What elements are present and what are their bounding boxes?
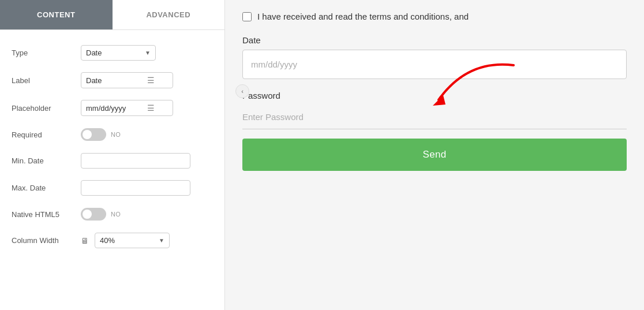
label-db-icon[interactable]: ☰	[147, 76, 155, 85]
terms-checkbox-row: I have received and read the terms and c…	[242, 12, 627, 21]
send-button[interactable]: Send	[242, 139, 627, 171]
terms-checkbox[interactable]	[242, 12, 252, 21]
placeholder-input[interactable]	[86, 104, 144, 113]
native-html5-label: Native HTML5	[12, 210, 81, 219]
placeholder-label: Placeholder	[12, 104, 81, 113]
date-field-label: Date	[242, 35, 627, 45]
native-html5-toggle[interactable]	[81, 208, 106, 221]
type-select[interactable]: Date	[86, 48, 145, 57]
max-date-control	[81, 180, 213, 196]
min-date-label: Min. Date	[12, 156, 81, 165]
required-no-label: NO	[111, 131, 121, 138]
max-date-input[interactable]	[81, 180, 190, 196]
column-width-select-wrapper[interactable]: 40% 50% 60% 100% ▼	[95, 233, 170, 248]
type-row: Type Date ▼	[12, 39, 213, 66]
tab-advanced[interactable]: ADVANCED	[113, 0, 225, 29]
date-input-wrapper[interactable]: mm/dd/yyyy	[242, 50, 627, 79]
native-html5-no-label: NO	[111, 211, 121, 218]
fields-panel: Type Date ▼ Label ☰ Placeho	[0, 30, 224, 263]
right-inner: ‹ I have received and read the terms and…	[242, 12, 627, 171]
placeholder-control: ☰	[81, 100, 213, 116]
native-toggle-wrapper: NO	[81, 208, 121, 221]
column-width-control: 🖥 40% 50% 60% 100% ▼	[81, 233, 213, 248]
password-field-group: Password Enter Password	[242, 91, 627, 129]
monitor-icon: 🖥	[81, 236, 89, 245]
type-select-wrapper[interactable]: Date ▼	[81, 45, 156, 61]
column-width-label: Column Width	[12, 236, 81, 245]
native-html5-row: Native HTML5 NO	[12, 201, 213, 227]
required-label: Required	[12, 130, 81, 139]
max-date-row: Max. Date	[12, 174, 213, 201]
required-toggle-slider	[81, 128, 106, 141]
date-field-group: Date mm/dd/yyyy	[242, 35, 627, 79]
required-toggle-wrapper: NO	[81, 128, 121, 141]
label-label: Label	[12, 76, 81, 85]
collapse-button[interactable]: ‹	[235, 84, 249, 98]
type-label: Type	[12, 48, 81, 57]
password-field-label: Password	[242, 91, 627, 100]
right-panel: ‹ I have received and read the terms and…	[225, 0, 644, 310]
column-width-row: Column Width 🖥 40% 50% 60% 100% ▼	[12, 227, 213, 254]
label-control: ☰	[81, 72, 213, 88]
password-input-wrapper[interactable]: Enter Password	[242, 105, 627, 129]
required-control: NO	[81, 128, 213, 141]
required-row: Required NO	[12, 122, 213, 147]
tabs-bar: CONTENT ADVANCED	[0, 0, 224, 30]
label-row: Label ☰	[12, 66, 213, 94]
max-date-label: Max. Date	[12, 184, 81, 192]
native-html5-control: NO	[81, 208, 213, 221]
type-dropdown-arrow-icon: ▼	[145, 50, 151, 56]
required-toggle[interactable]	[81, 128, 106, 141]
min-date-row: Min. Date	[12, 147, 213, 174]
label-input-wrapper: ☰	[81, 72, 173, 88]
tab-content[interactable]: CONTENT	[0, 0, 113, 29]
column-width-dropdown-arrow-icon: ▼	[159, 237, 164, 244]
left-panel: CONTENT ADVANCED Type Date ▼ Label	[0, 0, 225, 310]
terms-text: I have received and read the terms and c…	[257, 12, 469, 21]
type-control: Date ▼	[81, 45, 213, 61]
placeholder-input-wrapper: ☰	[81, 100, 173, 116]
min-date-control	[81, 153, 213, 169]
native-toggle-slider	[81, 208, 106, 221]
min-date-input[interactable]	[81, 153, 190, 169]
placeholder-row: Placeholder ☰	[12, 94, 213, 122]
placeholder-db-icon[interactable]: ☰	[147, 103, 155, 113]
column-width-select[interactable]: 40% 50% 60% 100%	[100, 236, 159, 245]
label-input[interactable]	[86, 76, 144, 85]
